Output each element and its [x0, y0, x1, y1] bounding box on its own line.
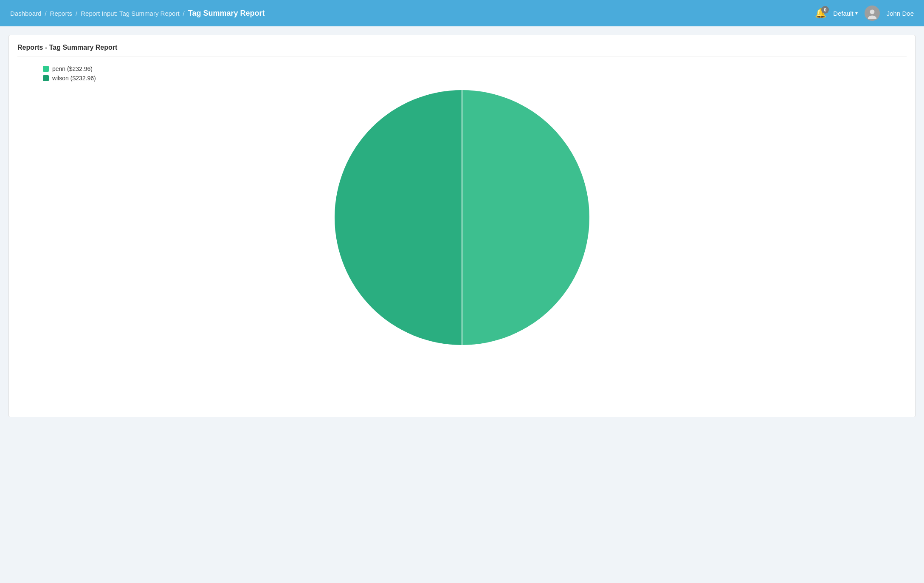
legend-label-wilson: wilson ($232.96) [52, 75, 96, 82]
chart-segment-penn [462, 90, 589, 345]
avatar [865, 6, 880, 21]
username: John Doe [887, 10, 914, 17]
header-right: 🔔 0 Default ▾ John Doe [815, 6, 914, 21]
legend-color-penn [43, 66, 49, 72]
legend-label-penn: penn ($232.96) [52, 65, 93, 72]
dropdown-label: Default [833, 10, 854, 17]
svg-point-1 [870, 9, 874, 14]
chart-legend: penn ($232.96) wilson ($232.96) [43, 65, 907, 82]
chart-segment-wilson [335, 90, 462, 345]
legend-item-penn: penn ($232.96) [43, 65, 907, 72]
report-card-title: Reports - Tag Summary Report [17, 44, 907, 57]
chevron-down-icon: ▾ [855, 10, 858, 16]
legend-item-wilson: wilson ($232.96) [43, 75, 907, 82]
header: Dashboard / Reports / Report Input: Tag … [0, 0, 924, 26]
notification-badge: 0 [821, 6, 829, 14]
breadcrumb: Dashboard / Reports / Report Input: Tag … [10, 9, 265, 18]
breadcrumb-sep-2: / [76, 10, 77, 17]
default-dropdown[interactable]: Default ▾ [833, 10, 858, 17]
breadcrumb-dashboard[interactable]: Dashboard [10, 10, 41, 17]
notification-button[interactable]: 🔔 0 [815, 8, 826, 19]
breadcrumb-report-input[interactable]: Report Input: Tag Summary Report [81, 10, 179, 17]
legend-color-wilson [43, 75, 49, 81]
pie-chart [330, 86, 594, 349]
breadcrumb-reports[interactable]: Reports [50, 10, 73, 17]
report-card: Reports - Tag Summary Report penn ($232.… [8, 35, 916, 417]
breadcrumb-sep-1: / [45, 10, 46, 17]
breadcrumb-current: Tag Summary Report [188, 9, 265, 18]
chart-container [17, 86, 907, 349]
main-content: Reports - Tag Summary Report penn ($232.… [0, 26, 924, 426]
breadcrumb-sep-3: / [183, 10, 185, 17]
